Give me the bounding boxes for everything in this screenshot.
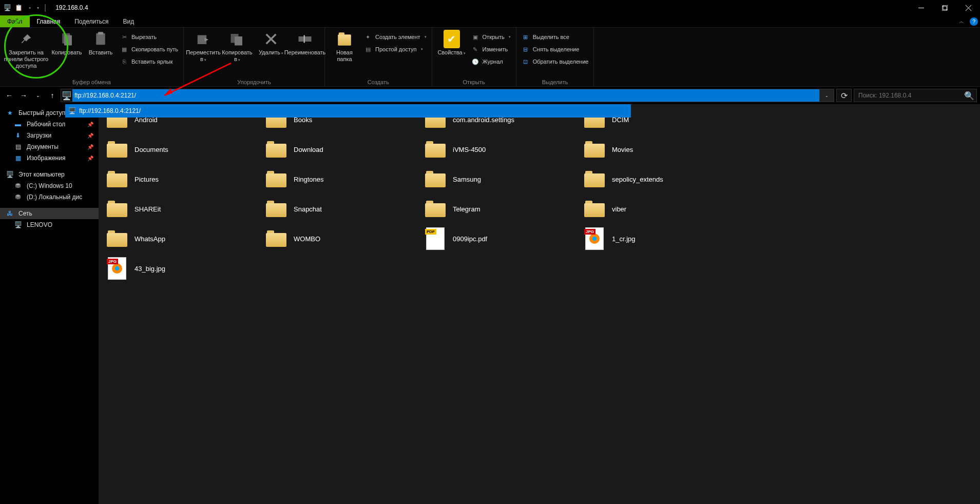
selectall-icon: ⊞	[522, 33, 530, 41]
paste-button[interactable]: Вставить	[84, 29, 117, 56]
file-item[interactable]: Movies	[583, 139, 737, 160]
file-item[interactable]: sepolicy_extends	[583, 169, 737, 189]
file-item[interactable]: Telegram	[424, 199, 578, 219]
file-name: viber	[612, 205, 626, 213]
select-all-button[interactable]: ⊞Выделить все	[520, 32, 591, 42]
group-label: Выделить	[520, 78, 591, 86]
address-dropdown-arrow[interactable]: ⌄	[819, 89, 834, 102]
paste-shortcut-button[interactable]: ⎘Вставить ярлык	[118, 56, 180, 67]
sidebar-downloads[interactable]: ⬇Загрузки📌	[0, 130, 99, 141]
file-item[interactable]: Ringtones	[265, 169, 419, 189]
pc-icon: 🖥️	[13, 221, 23, 228]
up-button[interactable]: ↑	[46, 89, 59, 102]
group-label: Буфер обмена	[3, 78, 180, 86]
newitem-icon: ✦	[364, 33, 372, 41]
file-item[interactable]: viber	[583, 199, 737, 219]
location-icon: 🖥️	[68, 107, 76, 114]
folder-icon	[266, 201, 286, 217]
file-name: WhatsApp	[134, 235, 165, 243]
explorer-icon: 🖥️	[3, 4, 11, 12]
file-item[interactable]: Snapchat	[265, 199, 419, 219]
sidebar-desktop[interactable]: ▬Рабочий стол📌	[0, 119, 99, 130]
file-item[interactable]: Download	[265, 139, 419, 160]
sidebar-network-host[interactable]: 🖥️LENOVO	[0, 219, 99, 230]
copyto-button[interactable]: Копировать в▾	[221, 29, 254, 63]
sidebar-pictures[interactable]: ▦Изображения📌	[0, 152, 99, 164]
file-name: SHAREit	[134, 205, 161, 213]
rename-button[interactable]: Переименовать	[289, 29, 321, 56]
check-icon: ✔	[444, 31, 460, 47]
invert-selection-button[interactable]: ⊡Обратить выделение	[520, 56, 591, 67]
svg-rect-0	[918, 8, 924, 8]
file-item[interactable]: 43_big.jpg	[106, 258, 260, 279]
moveto-button[interactable]: Переместить в▾	[187, 29, 220, 63]
file-name: sepolicy_extends	[612, 176, 663, 183]
tab-share[interactable]: Поделиться	[67, 15, 116, 27]
paste-icon	[92, 31, 109, 47]
search-bar: 🔍	[854, 89, 977, 102]
help-button[interactable]: ?	[968, 15, 980, 27]
close-button[interactable]	[956, 0, 980, 15]
moveto-icon	[195, 31, 212, 47]
address-input[interactable]	[72, 89, 819, 102]
file-item[interactable]: 0909ipc.pdf	[424, 228, 578, 249]
properties-button[interactable]: ✔ Свойства▾	[435, 29, 468, 56]
maximize-button[interactable]	[933, 0, 956, 15]
file-item[interactable]: Samsung	[424, 169, 578, 189]
folder-icon	[266, 171, 286, 187]
group-label: Упорядочить	[187, 78, 321, 86]
open-button[interactable]: ▣Открыть▾	[469, 32, 513, 42]
ribbon-collapse[interactable]: ︿	[955, 15, 968, 27]
file-name: iVMS-4500	[453, 146, 486, 153]
file-item[interactable]: WOMBO	[265, 228, 419, 249]
qat-dropdown[interactable]: ▾	[37, 6, 39, 10]
refresh-button[interactable]: ⟳	[836, 89, 852, 102]
file-item[interactable]: WhatsApp	[106, 228, 260, 249]
file-item[interactable]: iVMS-4500	[424, 139, 578, 160]
history-button[interactable]: 🕓Журнал	[469, 56, 513, 67]
sidebar-documents[interactable]: ▤Документы📌	[0, 141, 99, 152]
invert-icon: ⊡	[522, 57, 530, 66]
recent-dropdown[interactable]: ⌄	[32, 89, 44, 102]
tab-file[interactable]: Файл	[0, 15, 30, 27]
forward-button[interactable]: →	[17, 89, 30, 102]
new-item-button[interactable]: ✦Создать элемент▾	[362, 32, 429, 42]
new-folder-button[interactable]: Новая папка	[328, 29, 361, 63]
back-button[interactable]: ←	[3, 89, 15, 102]
svg-rect-2	[943, 5, 948, 10]
jpg-icon	[108, 257, 126, 280]
cut-button[interactable]: ✂Вырезать	[118, 32, 180, 42]
file-name: Pictures	[134, 176, 159, 183]
sidebar-drive-d[interactable]: ⛃(D:) Локальный дис	[0, 191, 99, 203]
sidebar-this-pc[interactable]: 🖥️Этот компьютер	[0, 169, 99, 180]
group-label: Создать	[328, 78, 429, 86]
tab-home[interactable]: Главная	[30, 15, 68, 27]
folder-icon	[425, 171, 446, 187]
delete-button[interactable]: Удалить▾	[255, 29, 287, 56]
content-pane[interactable]: AndroidBookscom.android.settingsDCIMDocu…	[99, 104, 980, 504]
file-item[interactable]: Documents	[106, 139, 260, 160]
svg-rect-6	[98, 32, 103, 34]
desktop-icon: ▬	[13, 121, 23, 128]
copy-path-button[interactable]: ▦Скопировать путь	[118, 44, 180, 54]
tab-view[interactable]: Вид	[116, 15, 141, 27]
sidebar-network[interactable]: 🖧Сеть	[0, 208, 99, 219]
file-item[interactable]: 1_cr.jpg	[583, 228, 737, 249]
pin-quickaccess-button[interactable]: Закрепить на панели быстрого доступа	[3, 29, 49, 70]
qat-item[interactable]: ▪	[26, 4, 34, 12]
location-icon: 🖥️	[61, 91, 72, 101]
sidebar-drive-c[interactable]: ⛃(C:) Windows 10	[0, 180, 99, 191]
copy-button[interactable]: Копировать	[50, 29, 83, 56]
qat-item[interactable]: 📋	[14, 4, 23, 12]
file-item[interactable]: Pictures	[106, 169, 260, 189]
easy-access-button[interactable]: ▤Простой доступ▾	[362, 44, 429, 54]
search-input[interactable]	[854, 92, 962, 99]
selectnone-icon: ⊟	[522, 45, 530, 53]
edit-button[interactable]: ✎Изменить	[469, 44, 513, 54]
select-none-button[interactable]: ⊟Снять выделение	[520, 44, 591, 54]
file-item[interactable]: SHAREit	[106, 199, 260, 219]
pc-icon: 🖥️	[5, 171, 14, 178]
folder-icon	[336, 31, 353, 47]
address-suggestion[interactable]: 🖥️ ftp://192.168.0.4:2121/	[65, 104, 631, 118]
minimize-button[interactable]	[909, 0, 933, 15]
